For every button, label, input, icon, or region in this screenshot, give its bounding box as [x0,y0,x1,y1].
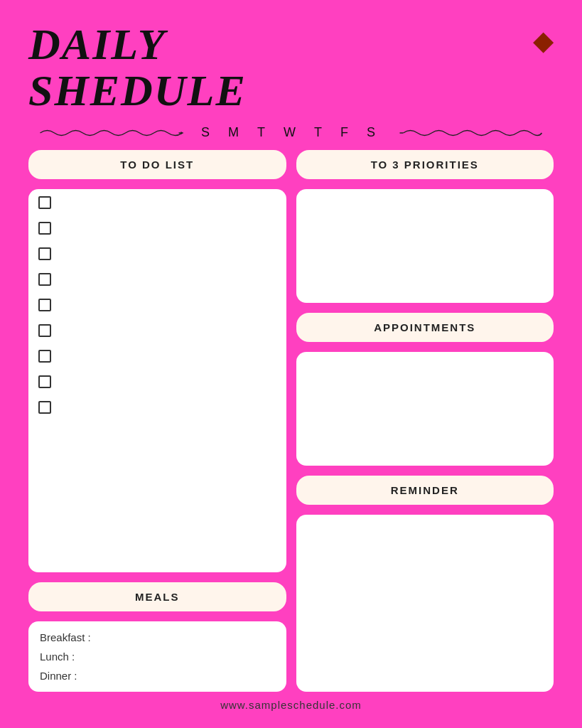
svg-marker-1 [180,132,183,134]
appointments-label: APPOINTMENTS [296,313,554,342]
checkbox-5[interactable] [38,299,51,311]
checkbox-7[interactable] [38,350,51,363]
page: DAILY SHEDULE ◆ S M T W T F S [0,0,582,728]
checkbox-item-8 [38,375,276,388]
appointments-box[interactable] [296,352,554,466]
checkbox-1[interactable] [38,196,51,209]
todo-label: TO DO LIST [28,150,286,179]
left-column: TO DO LIST [28,150,286,692]
right-column: TO 3 PRIORITIES APPOINTMENTS REMINDER [296,150,554,692]
checkbox-item-6 [38,324,276,337]
checkbox-9[interactable] [38,401,51,414]
star-icon: ◆ [533,25,554,56]
checkbox-item-2 [38,222,276,235]
header: DAILY SHEDULE ◆ [28,21,554,114]
day-t1: T [257,125,271,140]
day-s2: S [367,125,381,140]
day-f: F [340,125,354,140]
main-grid: TO DO LIST [28,150,554,692]
checkbox-6[interactable] [38,324,51,337]
page-title: DAILY SHEDULE [28,21,247,114]
day-t2: T [314,125,328,140]
days-letters: S M T W T F S [194,125,388,140]
checkbox-4[interactable] [38,273,51,286]
reminder-label: REMINDER [296,476,554,505]
checkbox-item-7 [38,350,276,363]
meals-label: MEALS [28,582,286,611]
checkbox-8[interactable] [38,375,51,388]
priorities-label: TO 3 PRIORITIES [296,150,554,179]
wavy-right-decoration [388,128,554,138]
checkbox-item-3 [38,247,276,260]
todo-box [28,189,286,572]
checkbox-2[interactable] [38,222,51,235]
checkbox-item-1 [38,196,276,209]
reminder-box[interactable] [296,515,554,692]
footer: www.sampleschedule.com [28,692,554,714]
day-m: M [228,125,244,140]
checkbox-item-5 [38,299,276,311]
lunch-line: Lunch : [40,651,275,663]
meals-content: Breakfast : Lunch : Dinner : [28,621,286,692]
days-row: S M T W T F S [28,125,554,140]
checkbox-3[interactable] [38,247,51,260]
breakfast-line: Breakfast : [40,631,275,643]
checkbox-item-9 [38,401,276,414]
wavy-left-decoration [28,128,194,138]
day-w: W [284,125,301,140]
website-url: www.sampleschedule.com [220,699,362,711]
day-s1: S [201,125,215,140]
priorities-box[interactable] [296,189,554,303]
checkbox-item-4 [38,273,276,286]
dinner-line: Dinner : [40,670,275,682]
